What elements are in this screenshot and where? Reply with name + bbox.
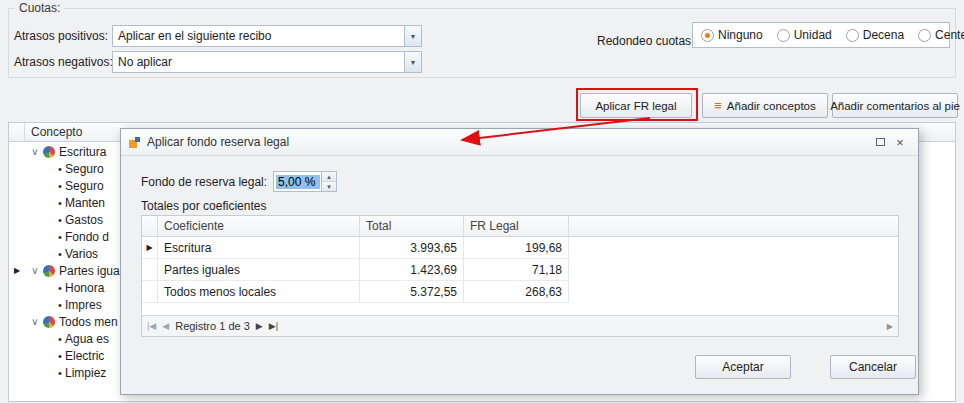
chevron-down-icon[interactable]: ▼ bbox=[404, 26, 421, 46]
bullet-icon: • bbox=[55, 299, 65, 311]
table-row[interactable]: ▶ Escritura 3.993,65 199,68 bbox=[142, 237, 898, 259]
radio-centena[interactable]: Centena bbox=[918, 28, 964, 42]
anadir-conceptos-label: Añadir conceptos bbox=[727, 100, 816, 112]
fr-legal-column-header[interactable]: FR Legal bbox=[464, 216, 569, 237]
anadir-comentarios-button[interactable]: Añadir comentarios al pie bbox=[832, 93, 958, 118]
cuotas-groupbox-title: Cuotas: bbox=[15, 1, 64, 15]
fr-legal-cell: 199,68 bbox=[464, 237, 569, 259]
restore-icon bbox=[876, 138, 885, 146]
expand-icon[interactable]: ∨ bbox=[29, 265, 41, 276]
coeficientes-table: Coeficiente Total FR Legal ▶ Escritura 3… bbox=[141, 215, 899, 337]
empty-cell bbox=[569, 281, 898, 303]
cancelar-button[interactable]: Cancelar bbox=[830, 355, 916, 379]
indicator-column-header bbox=[142, 216, 158, 237]
anadir-conceptos-button[interactable]: ≡ Añadir conceptos bbox=[702, 93, 828, 118]
expand-icon[interactable]: ∨ bbox=[29, 316, 41, 327]
radio-unidad-label: Unidad bbox=[794, 28, 832, 42]
radio-ninguno[interactable]: Ninguno bbox=[701, 28, 763, 42]
cancelar-label: Cancelar bbox=[849, 360, 897, 374]
tree-row-label: Escritura bbox=[59, 145, 106, 159]
bullet-icon: • bbox=[55, 367, 65, 379]
chevron-down-icon[interactable]: ▼ bbox=[404, 52, 421, 72]
radio-button-icon[interactable] bbox=[777, 29, 790, 42]
app-icon bbox=[129, 137, 140, 148]
previous-record-icon[interactable]: ◀ bbox=[162, 321, 169, 331]
bullet-icon: • bbox=[55, 197, 65, 209]
empty-column-header bbox=[569, 216, 898, 237]
fondo-reserva-label: Fondo de reserva legal: bbox=[141, 175, 267, 189]
redondeo-radio-group: Ninguno Unidad Decena Centena bbox=[692, 22, 950, 48]
anadir-comentarios-label: Añadir comentarios al pie bbox=[830, 100, 960, 112]
tree-row-label: Seguro bbox=[65, 162, 104, 176]
tree-row-label: Limpiez bbox=[65, 366, 106, 380]
table-row[interactable]: Partes iguales 1.423,69 71,18 bbox=[142, 259, 898, 281]
tree-row-label: Honora bbox=[65, 281, 104, 295]
radio-button-icon[interactable] bbox=[701, 29, 714, 42]
table-row[interactable]: Todos menos locales 5.372,55 268,63 bbox=[142, 281, 898, 303]
spinner: ▲ ▼ bbox=[321, 172, 336, 191]
radio-button-icon[interactable] bbox=[918, 29, 931, 42]
row-indicator-column bbox=[9, 123, 25, 141]
pie-chart-icon bbox=[43, 316, 55, 328]
close-icon: × bbox=[896, 135, 904, 150]
list-icon: ≡ bbox=[714, 99, 722, 112]
table-header-row: Coeficiente Total FR Legal bbox=[142, 216, 898, 237]
current-row-marker-icon: ▶ bbox=[142, 237, 158, 259]
tree-row-label: Agua es bbox=[65, 332, 109, 346]
dialog-title: Aplicar fondo reserva legal bbox=[147, 135, 870, 149]
fr-legal-cell: 268,63 bbox=[464, 281, 569, 303]
tree-row-label: Varios bbox=[65, 247, 98, 261]
fondo-reserva-input[interactable]: 5,00 % ▲ ▼ bbox=[273, 171, 337, 192]
coeficiente-column-header[interactable]: Coeficiente bbox=[158, 216, 360, 237]
atrasos-negativos-value: No aplicar bbox=[113, 55, 404, 69]
total-cell: 1.423,69 bbox=[360, 259, 464, 281]
fr-legal-cell: 71,18 bbox=[464, 259, 569, 281]
restore-window-button[interactable] bbox=[870, 133, 890, 151]
record-navigator: |◀ ◀ Registro 1 de 3 ▶ ▶| ▶ bbox=[142, 315, 898, 336]
tree-row-label: Impres bbox=[65, 298, 102, 312]
atrasos-positivos-dropdown[interactable]: Aplicar en el siguiente recibo ▼ bbox=[112, 25, 422, 47]
pie-chart-icon bbox=[43, 146, 55, 158]
radio-button-icon[interactable] bbox=[846, 29, 859, 42]
bullet-icon: • bbox=[55, 248, 65, 260]
aceptar-button[interactable]: Aceptar bbox=[695, 355, 791, 379]
empty-cell bbox=[569, 237, 898, 259]
close-button[interactable]: × bbox=[890, 133, 910, 151]
atrasos-positivos-value: Aplicar en el siguiente recibo bbox=[113, 29, 404, 43]
radio-unidad[interactable]: Unidad bbox=[777, 28, 832, 42]
bullet-icon: • bbox=[55, 333, 65, 345]
radio-decena[interactable]: Decena bbox=[846, 28, 904, 42]
record-counter: Registro 1 de 3 bbox=[175, 320, 250, 332]
dialog-titlebar[interactable]: Aplicar fondo reserva legal × bbox=[121, 129, 918, 156]
fondo-reserva-value[interactable]: 5,00 % bbox=[276, 175, 320, 189]
spin-up-icon[interactable]: ▲ bbox=[322, 172, 336, 181]
aplicar-fr-legal-button[interactable]: Aplicar FR legal bbox=[580, 93, 692, 118]
total-column-header[interactable]: Total bbox=[360, 216, 464, 237]
atrasos-negativos-dropdown[interactable]: No aplicar ▼ bbox=[112, 51, 422, 73]
coeficiente-cell: Escritura bbox=[158, 237, 360, 259]
tree-row-label: Partes igua bbox=[59, 264, 120, 278]
concepto-column-header[interactable]: Concepto bbox=[25, 125, 82, 139]
spin-down-icon[interactable]: ▼ bbox=[322, 181, 336, 191]
row-gutter bbox=[142, 259, 158, 281]
pie-chart-icon bbox=[43, 265, 55, 277]
first-record-icon[interactable]: |◀ bbox=[147, 321, 156, 331]
next-record-icon[interactable]: ▶ bbox=[256, 321, 263, 331]
tree-row-label: Gastos bbox=[65, 213, 103, 227]
atrasos-positivos-label: Atrasos positivos: bbox=[14, 29, 108, 43]
bullet-icon: • bbox=[55, 163, 65, 175]
last-record-icon[interactable]: ▶| bbox=[269, 321, 278, 331]
bullet-icon: • bbox=[55, 231, 65, 243]
empty-cell bbox=[569, 259, 898, 281]
scroll-right-icon[interactable]: ▶ bbox=[887, 322, 893, 331]
tree-row-label: Todos men bbox=[59, 315, 118, 329]
coeficiente-cell: Partes iguales bbox=[158, 259, 360, 281]
radio-decena-label: Decena bbox=[863, 28, 904, 42]
atrasos-negativos-label: Atrasos negativos: bbox=[14, 55, 113, 69]
radio-ninguno-label: Ninguno bbox=[718, 28, 763, 42]
tree-row-label: Fondo d bbox=[65, 230, 109, 244]
aplicar-fr-legal-label: Aplicar FR legal bbox=[595, 100, 676, 112]
total-cell: 3.993,65 bbox=[360, 237, 464, 259]
total-cell: 5.372,55 bbox=[360, 281, 464, 303]
expand-icon[interactable]: ∨ bbox=[29, 146, 41, 157]
